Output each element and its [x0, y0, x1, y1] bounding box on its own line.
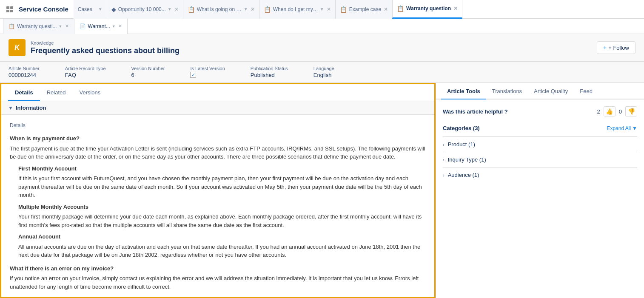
tab-warranty-icon: 📋: [397, 5, 404, 12]
expand-all-chevron: ▼: [632, 125, 637, 131]
tab-warranty-close[interactable]: ✕: [453, 6, 458, 11]
meta-language: Language English: [313, 66, 334, 78]
thumbs-up-count: 2: [597, 108, 600, 115]
meta-version: Version Number 6: [131, 66, 165, 78]
tab-article-tools[interactable]: Article Tools: [441, 83, 486, 99]
category-inquiry-type-arrow: ›: [443, 157, 445, 162]
expand-all-button[interactable]: Expand All ▼: [607, 125, 637, 131]
meta-latest-version-label: Is Latest Version: [190, 66, 225, 71]
subtab-warranty-q[interactable]: 📋 Warranty questi... ▼ ✕: [3, 19, 74, 34]
tab-warranty-question[interactable]: 📋 Warranty question ✕: [392, 0, 462, 19]
expand-all-label: Expand All: [607, 125, 631, 131]
helpful-label: Was this article helpful ?: [443, 108, 508, 115]
q1-title: When is my payment due?: [10, 134, 426, 143]
q2-title: What if there is an error on my invoice?: [10, 264, 426, 273]
meta-pub-status-label: Publication Status: [251, 66, 288, 71]
section-title: Information: [16, 105, 46, 111]
tab-example-case-close[interactable]: ✕: [384, 6, 388, 12]
thumbs-down-icon: 👎: [628, 108, 635, 115]
q1-p1: The first payment is due at the time you…: [10, 145, 426, 161]
subtab-warranty-q-close[interactable]: ✕: [65, 23, 69, 29]
sub1-title: First Monthly Account: [18, 165, 426, 173]
sub2-text: Your first monthly package will determin…: [18, 213, 426, 229]
article-title: Frequently asked questions about billing: [31, 46, 180, 55]
section-header: ▼ Information: [1, 101, 434, 115]
tab-opportunity-icon: ◆: [111, 6, 116, 13]
main-content: K Knowledge Frequently asked questions a…: [0, 34, 644, 298]
tab-example-case[interactable]: 📋 Example case ✕: [335, 0, 393, 19]
category-audience[interactable]: › Audience (1): [443, 167, 637, 182]
tab-example-case-icon: 📋: [340, 6, 347, 13]
svg-rect-0: [6, 6, 9, 9]
thumbs-down-count: 0: [619, 108, 622, 115]
thumbs-down-button[interactable]: 👎: [625, 106, 637, 116]
subtab-warranty-2-arrow: ▼: [112, 24, 116, 28]
meta-version-value: 6: [131, 72, 165, 78]
tab-cases-arrow: ▼: [98, 7, 103, 11]
tab-opportunity-arrow: ▼: [168, 7, 172, 11]
sub3-text: All annual accounts are due on the day o…: [18, 243, 426, 259]
tab-cases[interactable]: Cases ▼: [74, 0, 107, 19]
right-content: Was this article helpful ? 2 👍 0 👎: [436, 99, 644, 298]
sub-tabs-bar: 📋 Warranty questi... ▼ ✕ 📄 Warrant... ▼ …: [0, 19, 644, 34]
tab-when-do-close[interactable]: ✕: [327, 6, 331, 12]
tab-whats-going-arrow: ▼: [244, 7, 248, 11]
vote-group: 2 👍 0 👎: [597, 106, 637, 116]
meta-record-type-value: FAQ: [65, 72, 106, 78]
subtab-warranty-q-arrow: ▼: [59, 24, 63, 28]
meta-pub-status-value: Published: [251, 72, 288, 78]
follow-button[interactable]: + + Follow: [597, 41, 635, 54]
subtab-warranty-2-close[interactable]: ✕: [118, 23, 122, 29]
q2-text: If you notice an error on your invoice, …: [10, 274, 426, 291]
app-launcher-icon[interactable]: [3, 3, 17, 16]
tab-opportunity[interactable]: ◆ Opportunity 10 000... ▼ ✕: [107, 0, 183, 19]
category-product-label: Product (1): [448, 141, 475, 148]
details-label: Details: [10, 122, 426, 129]
top-nav-bar: Service Console Cases ▼ ◆ Opportunity 10…: [0, 0, 644, 19]
tab-related[interactable]: Related: [40, 84, 73, 101]
subtab-warranty-2[interactable]: 📄 Warrant... ▼ ✕: [74, 19, 128, 34]
svg-rect-1: [10, 6, 13, 9]
tab-when-do-label: When do I get my p...: [273, 6, 318, 12]
svg-rect-3: [10, 10, 13, 12]
meta-article-number-value: 000001244: [9, 72, 40, 78]
meta-latest-version: Is Latest Version ✓: [190, 66, 225, 78]
article-icon: K: [9, 39, 26, 56]
follow-icon: +: [603, 44, 607, 51]
meta-record-type: Article Record Type FAQ: [65, 66, 106, 78]
category-audience-arrow: ›: [443, 173, 445, 178]
tab-opportunity-close[interactable]: ✕: [174, 6, 179, 12]
meta-article-number: Article Number 000001244: [9, 66, 40, 78]
tab-translations[interactable]: Translations: [486, 83, 528, 99]
section-toggle-icon[interactable]: ▼: [8, 105, 13, 111]
category-product-arrow: ›: [443, 142, 445, 147]
tab-when-do[interactable]: 📋 When do I get my p... ▼ ✕: [259, 0, 336, 19]
subtab-warranty-2-icon: 📄: [80, 23, 86, 29]
category-inquiry-type[interactable]: › Inquiry Type (1): [443, 152, 637, 167]
tab-opportunity-label: Opportunity 10 000...: [118, 6, 166, 12]
tab-example-case-label: Example case: [349, 6, 381, 12]
tab-details[interactable]: Details: [8, 84, 40, 101]
tab-article-quality[interactable]: Article Quality: [528, 83, 574, 99]
svg-rect-2: [6, 10, 9, 12]
sub2-title: Multiple Monthly Accounts: [18, 203, 426, 211]
tab-whats-going-close[interactable]: ✕: [251, 6, 255, 12]
meta-version-label: Version Number: [131, 66, 165, 71]
thumbs-up-button[interactable]: 👍: [604, 106, 616, 116]
article-header: K Knowledge Frequently asked questions a…: [0, 34, 644, 62]
thumbs-up-icon: 👍: [606, 108, 613, 115]
tab-versions[interactable]: Versions: [72, 84, 107, 101]
category-audience-label: Audience (1): [448, 172, 479, 178]
sub3-title: Annual Account: [18, 233, 426, 241]
categories-header: Categories (3) Expand All ▼: [443, 125, 637, 131]
left-pane: Details Related Versions ▼ Information D…: [0, 83, 436, 298]
q3-title: Can you send me an invoice by request?: [10, 296, 426, 298]
tab-whats-going[interactable]: 📋 What is going on wi... ▼ ✕: [183, 0, 259, 19]
category-product[interactable]: › Product (1): [443, 136, 637, 152]
tab-feed[interactable]: Feed: [574, 83, 598, 99]
app-name: Service Console: [19, 6, 68, 13]
follow-label: + Follow: [608, 45, 629, 51]
meta-latest-version-checkbox: ✓: [190, 72, 196, 78]
subtab-warranty-q-icon: 📋: [9, 23, 15, 29]
detail-tabs: Details Related Versions: [1, 84, 434, 101]
